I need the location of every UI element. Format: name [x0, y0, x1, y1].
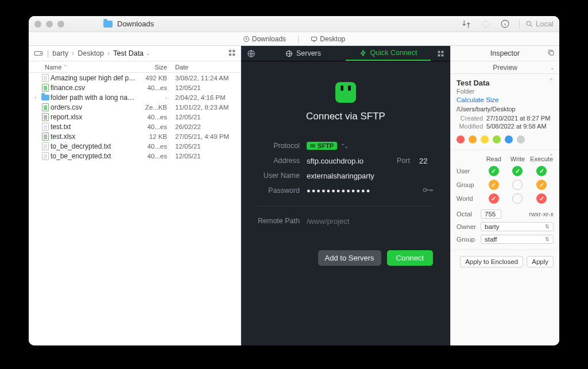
file-size: 40...es [138, 114, 172, 121]
info-icon[interactable] [500, 18, 511, 30]
tag-color[interactable] [457, 135, 465, 143]
protocol-select[interactable]: SFTP ⌃⌄ [307, 142, 434, 150]
file-icon [40, 84, 51, 92]
tag-color[interactable] [469, 135, 477, 143]
col-name[interactable]: Name⌃ [45, 64, 138, 71]
grid-icon[interactable] [431, 46, 450, 61]
tag-color[interactable] [505, 135, 513, 143]
apply-button[interactable]: Apply [527, 256, 554, 267]
crumb-current[interactable]: Test Data ⌄ [113, 49, 150, 57]
file-date: 12/05/21 [172, 143, 241, 150]
group-select[interactable]: staff⇅ [481, 235, 554, 244]
svg-rect-13 [441, 51, 443, 53]
crumb-user[interactable]: barty [52, 49, 68, 57]
svg-rect-15 [441, 54, 443, 56]
tag-color[interactable] [493, 135, 501, 143]
octal-field[interactable]: 755 [481, 209, 501, 219]
desktop-icon [311, 36, 318, 42]
column-headers: Name⌃ Size Date [29, 61, 241, 73]
file-icon [40, 152, 51, 160]
table-row[interactable]: orders.csvZe...KB11/01/22, 8:23 AM [29, 102, 241, 112]
add-to-servers-button[interactable]: Add to Servers [318, 250, 381, 266]
perm-toggle[interactable] [489, 166, 499, 176]
address-field[interactable]: sftp.couchdrop.io [307, 157, 363, 165]
table-row[interactable]: Amazing super high def photo....492 KB3/… [29, 73, 241, 83]
info-block: ⌃ Test Data Folder Calculate Size /Users… [451, 74, 559, 150]
search-field[interactable]: Local [519, 20, 554, 28]
octal-label: Octal [457, 211, 477, 217]
copy-icon[interactable] [547, 49, 555, 58]
collapse-icon[interactable]: ⌃ [549, 77, 554, 83]
perm-toggle[interactable] [489, 180, 499, 190]
perm-toggle[interactable] [536, 180, 547, 190]
perm-toggle[interactable] [512, 193, 523, 204]
table-row[interactable]: to_be_encrypted.txt40...es12/05/21 [29, 151, 241, 161]
owner-select[interactable]: barty⇅ [481, 222, 554, 231]
perm-toggle[interactable] [536, 166, 547, 176]
svg-rect-8 [229, 53, 231, 56]
tag-colors [457, 135, 554, 143]
globe-icon[interactable] [241, 46, 261, 61]
file-icon [40, 123, 51, 131]
file-date: 2/04/22, 4:16 PM [172, 94, 241, 101]
port-field[interactable]: 22 [419, 157, 434, 165]
disclosure-icon[interactable]: › [34, 95, 40, 100]
tag-color[interactable] [481, 135, 489, 143]
created-value: 27/10/2021 at 8:27 PM [486, 115, 554, 122]
perm-toggle[interactable] [512, 180, 523, 190]
username-label: User Name [257, 172, 307, 180]
octal-string: rwxr-xr-x [529, 211, 554, 217]
calculate-size-link[interactable]: Calculate Size [457, 96, 499, 103]
minimize-window-icon[interactable] [46, 21, 53, 28]
search-placeholder: Local [536, 20, 554, 28]
sync-icon[interactable] [461, 18, 472, 30]
sort-asc-icon: ⌃ [63, 64, 67, 69]
svg-rect-14 [438, 54, 440, 56]
file-date: 11/01/22, 8:23 AM [172, 104, 241, 111]
chevron-updown-icon: ⌃⌄ [341, 143, 347, 149]
perm-toggle[interactable] [512, 166, 523, 176]
table-row[interactable]: finance.csv40...es12/05/21 [29, 83, 241, 92]
search-icon [525, 20, 533, 28]
download-icon [243, 36, 250, 42]
tab-servers[interactable]: Servers [261, 46, 346, 61]
table-row[interactable]: to_be_decrypted.txt40...es12/05/21 [29, 141, 241, 151]
tab-quick-connect[interactable]: Quick Connect [346, 46, 431, 61]
file-size: 492 KB [138, 75, 172, 81]
file-name: to_be_encrypted.txt [51, 152, 138, 160]
file-size: 40...es [138, 143, 172, 150]
perm-toggle[interactable] [536, 193, 547, 204]
view-mode-icon[interactable] [228, 49, 236, 59]
connect-button[interactable]: Connect [387, 250, 433, 266]
owner-label: Owner [457, 223, 477, 230]
perm-toggle[interactable] [489, 193, 499, 204]
zoom-window-icon[interactable] [57, 21, 64, 28]
svg-rect-12 [438, 51, 440, 53]
perm-row-label: World [457, 195, 482, 202]
table-row[interactable]: test.xlsx12 KB27/05/21, 4:49 PM [29, 131, 241, 141]
titlebar: Downloads Local [29, 16, 559, 32]
svg-rect-3 [312, 37, 317, 40]
file-icon [40, 142, 51, 150]
table-row[interactable]: ›folder path with a long name hh...·2/04… [29, 92, 241, 102]
table-row[interactable]: test.txt40...es26/02/22 [29, 122, 241, 131]
username-field[interactable]: externalsharingparty [307, 172, 374, 180]
remote-path-field[interactable]: /www/project [307, 217, 349, 226]
apply-enclosed-button[interactable]: Apply to Enclosed [460, 256, 523, 267]
close-window-icon[interactable] [34, 21, 41, 28]
location-downloads[interactable]: Downloads [243, 35, 286, 43]
remote-path-label: Remote Path [257, 217, 307, 225]
key-icon[interactable] [423, 186, 434, 196]
tag-color[interactable] [517, 135, 525, 143]
password-field[interactable]: ●●●●●●●●●●●●● [307, 187, 371, 194]
preview-select[interactable]: Preview ⌄ [451, 61, 559, 74]
file-name: test.xlsx [51, 133, 138, 141]
table-row[interactable]: report.xlsx40...es12/05/21 [29, 112, 241, 122]
col-date[interactable]: Date [172, 64, 241, 71]
col-size[interactable]: Size [138, 64, 172, 71]
location-desktop[interactable]: Desktop [311, 35, 345, 43]
file-name: finance.csv [51, 84, 138, 92]
collapse-icon[interactable]: ⌃ [549, 153, 554, 159]
disk-icon[interactable] [33, 50, 44, 57]
crumb-desktop[interactable]: Desktop [78, 49, 104, 57]
